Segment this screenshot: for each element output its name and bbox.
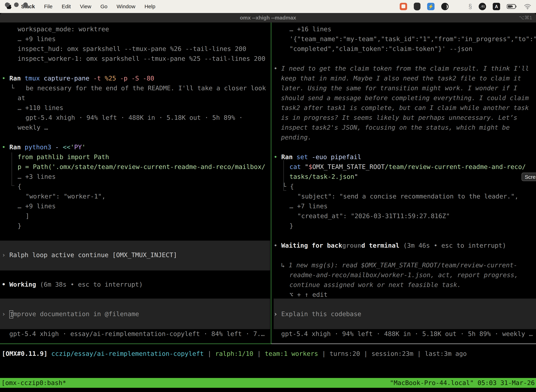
terminal-line: at — [18, 93, 25, 103]
terminal-text-segment: (3m 46s • esc to interrupt) — [399, 242, 506, 249]
terminal-text-segment: Ralph loop active continue [OMX_TMUX_INJ… — [9, 251, 177, 258]
terminal-line: … +16 lines — [289, 24, 331, 34]
terminal-text-segment: "created_at": "2026-03-31T11:59:27.816Z" — [297, 212, 450, 219]
terminal-line: is in progress? It seems likely but perh… — [281, 113, 517, 123]
terminal-text-segment: Ran — [9, 75, 25, 82]
terminal-text-segment: should send a message before completing … — [281, 94, 529, 102]
battery-percent-badge-icon[interactable]: ..61 — [479, 3, 486, 10]
terminal-text-segment: $ — [308, 163, 312, 170]
terminal-text-segment: << — [63, 144, 70, 151]
crescent-app-icon[interactable] — [441, 3, 449, 10]
terminal-line: gpt-5.4 xhigh · 94% left · 488K in · 5.1… — [25, 113, 243, 123]
terminal-text-segment: … +7 lines — [289, 202, 328, 210]
terminal-text-segment: ⌥ + ↑ edit — [289, 291, 328, 298]
terminal-text-segment: "worker": "worker-1", — [25, 193, 105, 200]
terminal-line: "worker": "worker-1", — [25, 191, 105, 201]
menu-bar: Slack File Edit View Go Window Help ⚡ § … — [0, 0, 536, 13]
terminal-line: '{"team_name":"my-team","task_id":"1","f… — [289, 34, 536, 44]
terminal-line: workspace_mode: worktree — [18, 24, 109, 34]
menu-item-edit[interactable]: Edit — [62, 4, 71, 9]
terminal-line: inspect task2's JSON, focusing on the st… — [281, 123, 510, 132]
terminal-text-segment: ralph:1/10 — [215, 350, 254, 357]
terminal-text-segment: inspect task2's JSON, focusing on the st… — [281, 124, 510, 131]
terminal-text-segment: workspace_mode: worktree — [18, 25, 109, 33]
active-pane-border — [0, 344, 271, 344]
terminal-text-segment: 1 new msg(s): read $OMX_TEAM_STATE_ROOT/… — [289, 261, 517, 269]
menu-item-file[interactable]: File — [44, 4, 53, 9]
terminal-line: "completed","claim_token":"claim-token"}… — [289, 44, 472, 54]
terminal-text-segment: { — [290, 183, 294, 190]
terminal-line: { — [18, 182, 21, 191]
minimize-window-button[interactable] — [14, 2, 19, 7]
terminal-text-segment: └ — [10, 84, 14, 92]
menu-item-go[interactable]: Go — [100, 4, 107, 9]
terminal-line: … +110 lines — [18, 103, 63, 113]
terminal-text-segment: task2 after task1 is complete, but can I… — [281, 104, 529, 111]
terminal-text-segment: keep that in mind. Maybe I also need the… — [281, 75, 521, 82]
terminal-line: … +7 lines — [289, 201, 328, 211]
battery-icon[interactable] — [507, 4, 517, 9]
terminal-text-segment: python3 — [25, 144, 55, 151]
terminal-line: … +9 lines — [18, 34, 56, 44]
terminal-line: inspect_hud: omx sparkshell --tmux-pane … — [18, 44, 246, 54]
menu-item-window[interactable]: Window — [117, 4, 135, 9]
terminal-text-segment: ' — [82, 144, 86, 151]
terminal-text-segment: OMX_TEAM_STATE_ROOT — [312, 163, 385, 170]
terminal-line: pending. — [281, 132, 311, 142]
menu-item-view[interactable]: View — [80, 4, 91, 9]
window-shortcut-hint: ⌥⌘1 — [519, 13, 532, 23]
terminal-text-segment: tmux — [25, 75, 44, 82]
terminal-text-segment: • — [2, 281, 9, 288]
terminal-text-segment: at — [18, 94, 25, 102]
terminal-line: gpt-5.4 xhigh · essay/ai-reimplementatio… — [9, 329, 265, 339]
terminal-text-segment: | — [254, 350, 265, 357]
terminal-text-segment: gpt-5.4 xhigh · 94% left · 488K in · 5.1… — [25, 114, 243, 121]
chat-app-icon[interactable] — [400, 3, 407, 10]
terminal-text-segment: • — [274, 242, 281, 249]
terminal-line: ] — [25, 211, 29, 221]
zoom-window-button[interactable] — [23, 2, 28, 7]
terminal-text-segment — [48, 350, 51, 357]
terminal-text-segment: › — [274, 310, 281, 317]
terminal-line: • I need to get the claim token from the… — [274, 64, 529, 73]
input-source-icon[interactable]: A — [493, 3, 500, 10]
terminal-text-segment: } — [289, 222, 293, 229]
screen-share-overlay-button[interactable]: Scre — [522, 173, 536, 181]
wifi-icon[interactable] — [524, 4, 531, 9]
terminal-text-segment: • — [274, 65, 281, 72]
terminal-text-segment: team:1 workers — [265, 350, 318, 357]
left-output-connector-foot — [12, 186, 14, 186]
terminal-text-segment: later. Using the same for transition mig… — [281, 84, 517, 92]
terminal-line: › Ralph loop active continue [OMX_TMUX_I… — [2, 250, 177, 260]
menu-bar-status-icons: ⚡ § ..61 A — [400, 3, 536, 10]
squiggle-status-icon[interactable]: § — [469, 3, 472, 10]
terminal-text-segment: -p -S -80 — [120, 75, 154, 82]
terminal-text-segment: "MacBook-Pro-44.local" 05:03 31-Mar-26 — [390, 379, 535, 386]
terminal-text-segment: cat — [289, 163, 305, 170]
menu-item-help[interactable]: Help — [144, 4, 155, 9]
terminal-line: • Ran set -euo pipefail — [274, 152, 361, 162]
terminal-text-segment: inspect_hud: omx sparkshell --tmux-pane … — [18, 45, 246, 52]
terminal-line: cat "$OMX_TEAM_STATE_ROOT/team/review-cu… — [289, 162, 526, 172]
grid-shield-icon[interactable] — [414, 3, 421, 10]
terminal-text-segment: • — [274, 153, 281, 160]
terminal-text-segment: cczip/essay/ai-reimplementation-copyleft — [51, 350, 204, 357]
terminal-text-segment: { — [18, 183, 21, 190]
terminal-text-segment: ↳ — [281, 261, 289, 269]
dots-grid-icon[interactable] — [455, 3, 462, 10]
terminal-text-segment: gpt-5.4 xhigh · 94% left · 488K in · 5.1… — [281, 330, 533, 337]
terminal-line: "MacBook-Pro-44.local" 05:03 31-Mar-26 — [390, 378, 535, 388]
text-cursor: I — [9, 310, 13, 318]
terminal-text-segment: tasks/task-2.json — [289, 173, 354, 180]
terminal-text-segment: … +3 lines — [18, 173, 56, 180]
terminal-text-segment: set — [297, 153, 312, 160]
terminal-text-segment: Working — [9, 281, 36, 288]
terminal-line: ⌥ + ↑ edit — [289, 290, 328, 300]
close-window-button[interactable] — [5, 2, 10, 7]
terminal-text-segment: be necessary for the end of the README. … — [14, 84, 266, 92]
terminal-line: from pathlib import Path — [18, 152, 109, 162]
terminal-line: [OMX#0.11.9] cczip/essay/ai-reimplementa… — [2, 349, 467, 359]
bolt-app-icon[interactable]: ⚡ — [427, 3, 435, 10]
terminal-text-segment: › — [2, 251, 9, 258]
pane-divider[interactable] — [271, 23, 271, 344]
